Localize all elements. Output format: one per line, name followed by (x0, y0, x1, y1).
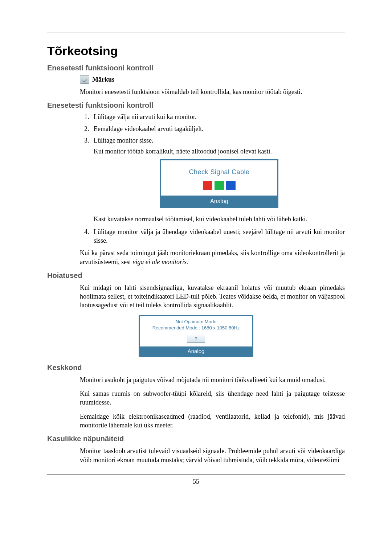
figure-not-optimum-mode: Not Optimum Mode Recommended Mode : 1680… (139, 315, 253, 357)
step-3-after: Kui monitor töötab korralikult, näete al… (94, 147, 345, 156)
bottom-rule (47, 475, 345, 475)
env-p2: Kui samas ruumis on subwoofer-tüüpi kõla… (80, 389, 345, 407)
note-text: Monitori enesetesti funktsioon võimaldab… (80, 87, 345, 96)
tips-p1: Monitor taasloob arvutist tulevaid visua… (80, 447, 345, 464)
step-4-text: Lülitage monitor välja ja ühendage video… (94, 228, 345, 244)
step-1-text: Lülitage välja nii arvuti kui ka monitor… (94, 113, 196, 120)
top-rule (47, 33, 345, 33)
fig1-title: Check Signal Cable (165, 168, 274, 176)
note-row: Märkus (80, 75, 345, 84)
fig2-line1: Not Optimum Mode (140, 316, 252, 324)
fig2-line2: Recommended Mode : 1680 x 1050 60Hz (140, 324, 252, 333)
fig2-button: ? (187, 335, 205, 343)
conclusion-emph: viga ei ole monitoris. (132, 258, 188, 266)
step-2: Eemaldage videokaabel arvuti tagaküljelt… (91, 124, 345, 133)
conclusion-text: Kui ka pärast seda toimingut jääb monito… (80, 249, 345, 265)
figure-check-signal-cable: Check Signal Cable Analog (160, 159, 278, 208)
swatch-green (215, 181, 224, 190)
env-p1: Monitori asukoht ja paigutus võivad mõju… (80, 376, 345, 384)
note-icon (80, 75, 89, 84)
fig1-swatches (165, 181, 274, 190)
page-number: 55 (47, 478, 345, 485)
heading-warnings: Hoiatused (47, 271, 345, 280)
heading-tips: Kasulikke näpunäiteid (47, 435, 345, 443)
swatch-red (203, 181, 212, 190)
step-4: Lülitage monitor välja ja ühendage video… (91, 227, 345, 245)
selftest-conclusion: Kui ka pärast seda toimingut jääb monito… (80, 249, 345, 266)
selftest-steps: Lülitage välja nii arvuti kui ka monitor… (47, 112, 345, 245)
step-3-text: Lülitage monitor sisse. (94, 137, 153, 144)
fig2-mode: Analog (140, 346, 252, 356)
heading-selftest-2: Enesetesti funktsiooni kontroll (47, 101, 345, 110)
heading-selftest-1: Enesetesti funktsiooni kontroll (47, 64, 345, 72)
step-2-text: Eemaldage videokaabel arvuti tagaküljelt… (94, 125, 204, 132)
note-label: Märkus (92, 76, 114, 83)
step-1: Lülitage välja nii arvuti kui ka monitor… (91, 112, 345, 121)
swatch-blue (226, 181, 236, 190)
heading-environment: Keskkond (47, 364, 345, 372)
env-p3: Eemaldage kõik elektroonikaseadmed (raad… (80, 412, 345, 430)
warnings-text: Kui midagi on lahti sisendsignaaliga, ku… (80, 283, 345, 310)
page-title: Tõrkeotsing (47, 44, 345, 58)
fig1-mode: Analog (161, 196, 277, 208)
step-3: Lülitage monitor sisse. Kui monitor tööt… (91, 136, 345, 224)
step-3-post-fig: Kast kuvatakse normaalsel töötamisel, ku… (94, 215, 345, 223)
